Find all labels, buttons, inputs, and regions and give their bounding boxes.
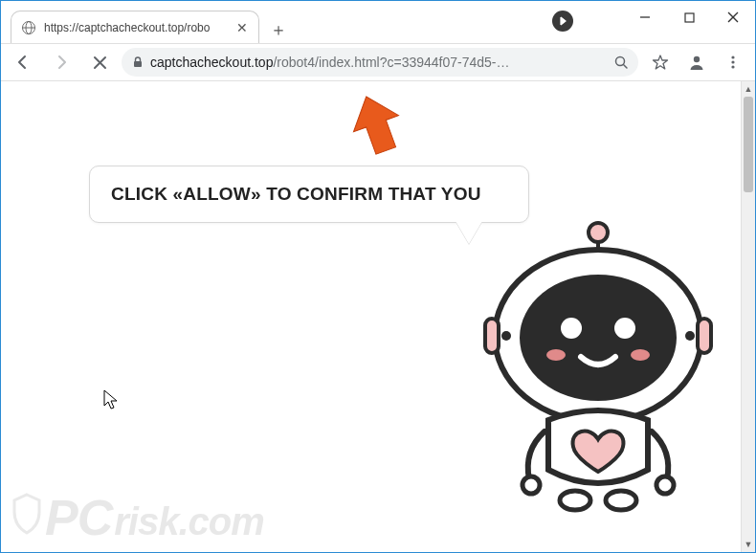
svg-point-15	[731, 65, 734, 68]
scroll-down-button[interactable]: ▼	[742, 537, 755, 552]
new-tab-button[interactable]: ＋	[265, 16, 292, 43]
annotation-arrow-icon	[344, 93, 411, 160]
svg-point-25	[614, 318, 635, 339]
toolbar: captchacheckout.top/robot4/index.html?c=…	[1, 43, 755, 81]
address-bar[interactable]: captchacheckout.top/robot4/index.html?c=…	[122, 48, 638, 77]
svg-point-29	[656, 476, 674, 494]
minimize-button[interactable]	[623, 1, 667, 33]
speech-text: CLICK «ALLOW» TO CONFIRM THAT YOU	[111, 184, 507, 205]
svg-point-31	[606, 491, 636, 510]
scroll-up-button[interactable]: ▲	[742, 81, 755, 97]
menu-icon[interactable]	[717, 46, 749, 78]
svg-point-27	[631, 349, 650, 361]
watermark-risk: risk.com	[114, 500, 264, 543]
watermark: PC risk.com	[11, 489, 264, 546]
browser-tab[interactable]: https://captchacheckout.top/robo ✕	[11, 11, 259, 43]
svg-rect-19	[485, 319, 499, 353]
mouse-cursor-icon	[102, 389, 120, 410]
back-button[interactable]	[7, 46, 39, 78]
svg-point-30	[560, 491, 590, 510]
tab-strip: https://captchacheckout.top/robo ✕ ＋	[1, 1, 292, 43]
svg-point-12	[694, 56, 700, 62]
scroll-thumb[interactable]	[744, 97, 753, 192]
svg-rect-4	[685, 13, 694, 22]
lock-icon[interactable]	[131, 55, 145, 69]
svg-point-17	[589, 223, 608, 242]
search-icon[interactable]	[613, 55, 629, 70]
svg-rect-9	[134, 61, 142, 67]
svg-point-22	[685, 331, 695, 341]
robot-illustration	[456, 211, 724, 518]
tab-close-button[interactable]: ✕	[235, 21, 249, 34]
stop-reload-button[interactable]	[83, 46, 116, 78]
svg-point-24	[561, 318, 582, 339]
maximize-button[interactable]	[667, 1, 711, 33]
titlebar: https://captchacheckout.top/robo ✕ ＋	[1, 1, 755, 43]
svg-rect-20	[698, 319, 711, 353]
browser-window: https://captchacheckout.top/robo ✕ ＋	[0, 0, 756, 553]
url-path: /robot4/index.html?c=33944f07-74d5-…	[273, 55, 509, 70]
forward-button[interactable]	[45, 46, 78, 78]
globe-icon	[21, 20, 36, 35]
window-controls	[623, 1, 755, 33]
profile-icon[interactable]	[680, 46, 713, 78]
svg-point-26	[546, 349, 566, 361]
page-content: CLICK «ALLOW» TO CONFIRM THAT YOU	[1, 81, 755, 552]
tab-title: https://captchacheckout.top/robo	[44, 21, 228, 34]
svg-point-14	[731, 60, 734, 63]
vertical-scrollbar[interactable]: ▲ ▼	[741, 81, 755, 552]
url-text: captchacheckout.top/robot4/index.html?c=…	[150, 55, 608, 70]
svg-point-13	[731, 55, 734, 58]
window-close-button[interactable]	[711, 1, 755, 33]
svg-point-28	[523, 476, 540, 494]
media-icon[interactable]	[552, 11, 573, 32]
svg-line-11	[624, 65, 628, 69]
star-icon[interactable]	[644, 46, 677, 78]
url-host: captchacheckout.top	[150, 55, 273, 70]
watermark-pc: PC	[45, 489, 112, 546]
svg-point-23	[520, 275, 677, 401]
toolbar-right	[644, 46, 749, 78]
svg-point-21	[501, 331, 511, 341]
